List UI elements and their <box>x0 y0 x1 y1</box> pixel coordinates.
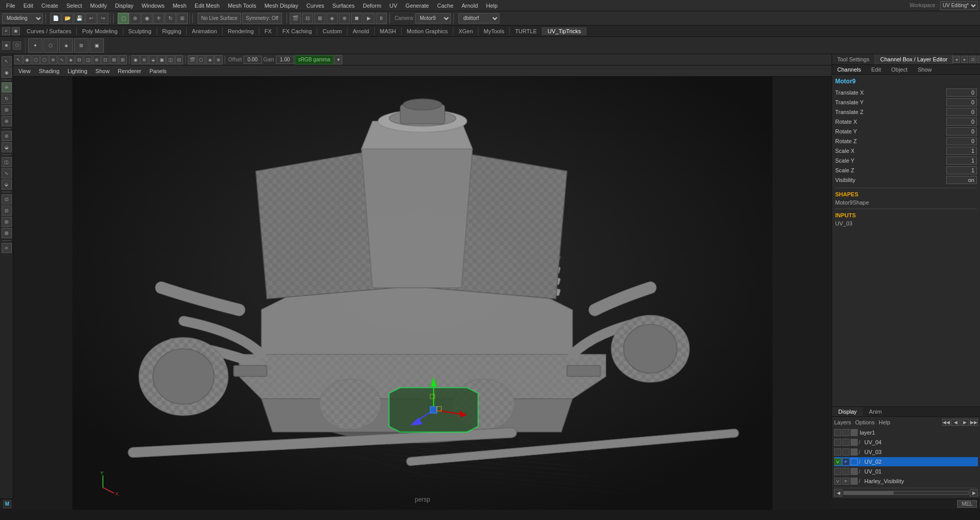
uv03-p[interactable] <box>842 448 850 456</box>
shelf-tool-1[interactable]: ✦ <box>28 38 42 53</box>
menu-mesh-tools[interactable]: Mesh Tools <box>224 2 260 10</box>
viewport-canvas[interactable]: X Y persp <box>13 77 832 510</box>
vp-tool-m2[interactable]: ⬡ <box>40 55 49 64</box>
layer1-p[interactable] <box>842 429 850 436</box>
select-tool-btn[interactable]: ▢ <box>118 13 129 24</box>
vp-tool-bevel[interactable]: ◈ <box>67 55 75 64</box>
cam-btn8[interactable]: ⏸ <box>376 13 387 24</box>
layers-nav-fwd[interactable]: ▶▶ <box>970 419 978 426</box>
vp-menu-show[interactable]: Show <box>94 67 112 75</box>
menu-display[interactable]: Display <box>111 2 138 10</box>
menu-mesh-display[interactable]: Mesh Display <box>260 2 302 10</box>
layers-menu-options[interactable]: Options <box>855 419 875 425</box>
menu-edit-mesh[interactable]: Edit Mesh <box>190 2 224 10</box>
vp-display-1[interactable]: ◉ <box>132 55 140 64</box>
shelf-icon2[interactable]: ▣ <box>12 27 20 35</box>
shelf-tab-arnold[interactable]: Arnold <box>347 27 375 35</box>
gamma-arrow[interactable]: ▼ <box>334 55 342 64</box>
layers-nav-back[interactable]: ◀◀ <box>942 419 950 426</box>
uv01-vis[interactable] <box>834 468 841 475</box>
paint-btn[interactable]: ◉ <box>2 67 12 78</box>
vp-display-3[interactable]: ⬙ <box>149 55 157 64</box>
component-editor-btn[interactable]: ⊞ <box>2 217 12 227</box>
display-tab[interactable]: Display <box>832 407 863 416</box>
object-tab[interactable]: Object <box>886 65 912 74</box>
menu-modify[interactable]: Modify <box>86 2 111 10</box>
show-tab[interactable]: Show <box>912 65 937 74</box>
vp-snap3[interactable]: ⊠ <box>110 55 118 64</box>
vp-menu-shading[interactable]: Shading <box>37 67 61 75</box>
layer1-vis[interactable] <box>834 429 841 436</box>
rotate-tool-btn[interactable]: ↻ <box>2 94 12 104</box>
vp-render-btn3[interactable]: ◈ <box>206 55 214 64</box>
lasso-btn[interactable]: ⊛ <box>129 13 141 24</box>
shelf-small-icon[interactable]: ◉ <box>2 41 10 50</box>
vp-tool-paint[interactable]: ◉ <box>23 55 31 64</box>
vp-display-5[interactable]: ◫ <box>166 55 175 64</box>
vp-menu-panels[interactable]: Panels <box>147 67 169 75</box>
shelf-tool-2[interactable]: ⬡ <box>43 38 58 53</box>
layers-scroll-left[interactable]: ◀ <box>834 489 842 496</box>
layer1-name[interactable]: layer1 <box>859 429 875 436</box>
node-editor-btn[interactable]: ⊡ <box>2 194 12 205</box>
menu-create[interactable]: Create <box>37 2 62 10</box>
vp-render-btn[interactable]: 🎬 <box>188 55 197 64</box>
vp-snap1[interactable]: ⊕ <box>93 55 101 64</box>
curve-btn[interactable]: ∿ <box>2 168 12 178</box>
menu-help[interactable]: Help <box>482 2 502 10</box>
redo-btn[interactable]: ↪ <box>97 13 108 24</box>
menu-curves[interactable]: Curves <box>302 2 329 10</box>
cam-btn4[interactable]: ◈ <box>326 13 338 24</box>
scale-tool-btn[interactable]: ⊞ <box>2 105 12 115</box>
paint-sel-btn[interactable]: ◉ <box>141 13 153 24</box>
menu-generate[interactable]: Generate <box>401 2 433 10</box>
cam-btn5[interactable]: ⊕ <box>339 13 350 24</box>
uv02-vis[interactable]: V <box>834 458 841 465</box>
rp-icon4[interactable]: ≡ <box>977 56 980 63</box>
tool-settings-tab[interactable]: Tool Settings <box>832 54 875 64</box>
vp-tool-bridge[interactable]: ◫ <box>84 55 92 64</box>
menu-surfaces[interactable]: Surfaces <box>329 2 359 10</box>
layer-row-uv02[interactable]: V P / UV_02 <box>834 457 978 466</box>
move-tool-btn[interactable]: ✛ <box>2 82 12 93</box>
cam-btn7[interactable]: ▶ <box>363 13 375 24</box>
uv03-vis[interactable] <box>834 448 841 456</box>
shelf-tab-curves[interactable]: Curves / Surfaces <box>21 27 77 35</box>
symmetry-btn[interactable]: Symmetry: Off <box>242 13 282 24</box>
list-btn[interactable]: ≡ <box>2 243 12 253</box>
vp-menu-view[interactable]: View <box>16 67 33 75</box>
harley-vis[interactable]: V <box>834 478 841 485</box>
shelf-tool-4[interactable]: ⊞ <box>74 38 89 53</box>
new-scene-btn[interactable]: 📄 <box>50 13 61 24</box>
cam-btn6[interactable]: ⏹ <box>351 13 362 24</box>
shelf-tab-fx[interactable]: FX <box>259 27 277 35</box>
menu-mesh[interactable]: Mesh <box>168 2 190 10</box>
menu-arnold[interactable]: Arnold <box>458 2 482 10</box>
menu-select[interactable]: Select <box>62 2 86 10</box>
cam-btn2[interactable]: ⊟ <box>302 13 313 24</box>
gamma-btn[interactable]: sRGB gamma <box>295 55 334 64</box>
vp-snap4[interactable]: ⊞ <box>119 55 127 64</box>
shapes-item[interactable]: Motor9Shape <box>835 199 977 206</box>
shelf-tab-uvtiptricks[interactable]: UV_TipTricks <box>542 27 586 35</box>
layer1-color[interactable] <box>851 429 858 436</box>
paint-weights-btn[interactable]: ⬙ <box>2 179 12 190</box>
vp-tool-m3[interactable]: ⊛ <box>49 55 57 64</box>
uv04-color[interactable] <box>851 439 858 446</box>
vp-display-4[interactable]: ▣ <box>158 55 166 64</box>
inputs-item[interactable]: UV_03 <box>835 220 977 227</box>
edit-tab[interactable]: Edit <box>866 65 886 74</box>
mode-select[interactable]: Modeling <box>2 13 43 24</box>
harley-p[interactable]: P <box>842 478 850 485</box>
channel-box-layer-editor-tab[interactable]: Channel Box / Layer Editor <box>875 54 953 64</box>
vp-tool-loop[interactable]: ∿ <box>58 55 66 64</box>
layers-scroll-right[interactable]: ▶ <box>970 489 978 496</box>
uv03-color[interactable] <box>851 448 858 456</box>
cam-btn1[interactable]: 🎬 <box>290 13 301 24</box>
rp-icon2[interactable]: ▸ <box>961 56 968 63</box>
shelf-tab-xgen[interactable]: XGen <box>453 27 478 35</box>
anim-tab[interactable]: Anim <box>863 407 888 416</box>
vp-tool-select[interactable]: ↖ <box>14 55 23 64</box>
uv04-name[interactable]: UV_04 <box>863 439 882 445</box>
attribute-editor-btn[interactable]: ⊠ <box>2 228 12 238</box>
